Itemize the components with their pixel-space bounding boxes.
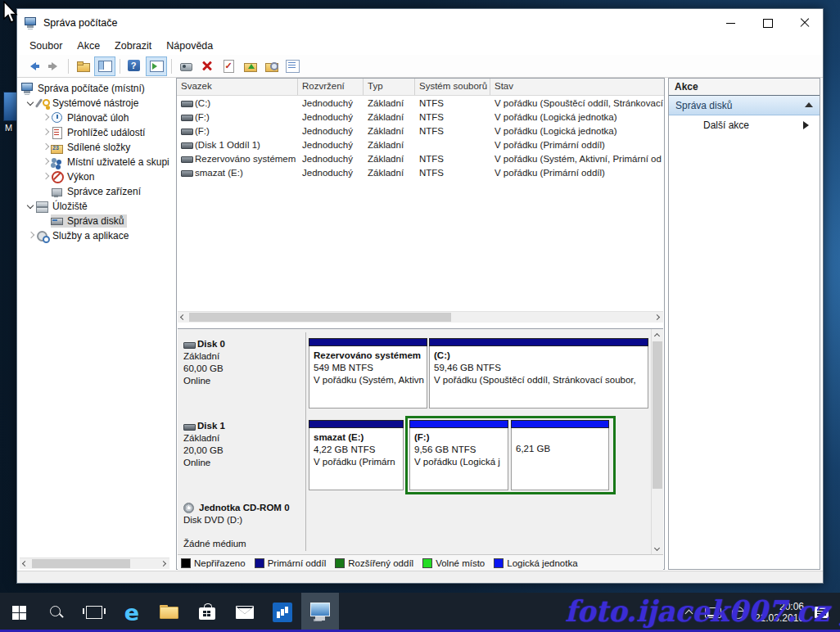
collapse-arrow-icon[interactable] xyxy=(805,98,813,107)
maximize-button[interactable] xyxy=(749,9,786,37)
forward-button[interactable] xyxy=(44,57,64,75)
disk0-row: Disk 0 Základní 60,00 GB Online Rezervov… xyxy=(178,332,652,415)
column-header-typ[interactable]: Typ xyxy=(364,79,415,95)
action-pane-toggle-button[interactable] xyxy=(146,56,167,76)
scroll-left-arrow-icon[interactable] xyxy=(178,312,188,323)
tree-item-sprava-pocitace[interactable]: Správa počítače (místní) xyxy=(21,81,169,96)
chevron-right-icon[interactable] xyxy=(26,231,36,241)
menu-akce[interactable]: Akce xyxy=(70,38,107,53)
delete-button[interactable] xyxy=(197,57,217,75)
cdrom-label[interactable]: Jednotka CD-ROM 0 Disk DVD (D:) Žádné mé… xyxy=(178,496,306,551)
snapshot-button[interactable] xyxy=(176,57,196,75)
mail-button[interactable] xyxy=(226,593,264,632)
volume-icon xyxy=(181,141,193,149)
tree-item-spravce-zarizeni[interactable]: Správce zařízení xyxy=(41,184,169,199)
volume-row-disk1-oddil1[interactable]: (Disk 1 Oddíl 1) Jednoduchý Základní V p… xyxy=(177,138,664,151)
tree-item-label: Služby a aplikace xyxy=(50,229,132,242)
volume-row-f1[interactable]: (F:) Jednoduchý Základní NTFS V pořádku … xyxy=(177,110,664,124)
chevron-right-icon[interactable] xyxy=(41,113,51,123)
search-button[interactable] xyxy=(38,593,75,632)
volume-name: (F:) xyxy=(195,112,210,122)
chevron-right-icon[interactable] xyxy=(41,157,51,167)
column-header-svazek[interactable]: Svazek xyxy=(177,79,298,95)
chevron-right-icon[interactable] xyxy=(41,142,51,152)
close-button[interactable] xyxy=(786,9,823,37)
scroll-down-arrow-icon[interactable] xyxy=(652,544,662,554)
partition-state: V pořádku (Spouštěcí oddíl, Stránkovací … xyxy=(434,374,648,386)
actions-group-sprava-disku[interactable]: Správa disků xyxy=(669,96,820,115)
folder-up-button[interactable] xyxy=(240,57,260,75)
scroll-up-arrow-icon[interactable] xyxy=(652,330,662,341)
tree-item-systemove-nastroje[interactable]: Systémové nástroje xyxy=(26,96,169,111)
partition-unnamed[interactable]: 6,21 GB xyxy=(511,420,609,490)
chevron-down-icon[interactable] xyxy=(26,201,36,211)
partition-state: V pořádku (Logická j xyxy=(414,456,508,468)
folder-search-button[interactable] xyxy=(261,57,281,75)
menu-napoveda[interactable]: Nápověda xyxy=(159,38,220,53)
logical-drive-bar xyxy=(409,420,508,428)
console-tree-toggle-button[interactable] xyxy=(94,56,115,76)
volume-row-smazat[interactable]: smazat (E:) Jednoduchý Základní NTFS V p… xyxy=(177,165,664,179)
volume-list-horizontal-scrollbar[interactable] xyxy=(178,311,663,323)
volume-layout: Jednoduchý xyxy=(298,126,364,136)
scrollbar-thumb[interactable] xyxy=(653,341,662,489)
services-icon xyxy=(36,230,50,242)
column-header-stav[interactable]: Stav xyxy=(490,79,664,95)
chevron-right-icon[interactable] xyxy=(41,128,51,138)
tree-horizontal-scrollbar[interactable] xyxy=(20,558,169,569)
tree-item-label: Výkon xyxy=(65,170,97,183)
volume-row-rezervovano[interactable]: Rezervováno systémem Jednoduchý Základní… xyxy=(177,151,664,165)
volume-row-f2[interactable]: (F:) Jednoduchý Základní NTFS V pořádku … xyxy=(177,124,664,138)
back-button[interactable] xyxy=(23,57,43,75)
tree-item-mistni-uzivatele[interactable]: Místní uživatelé a skupiny xyxy=(41,155,169,169)
store-button[interactable] xyxy=(188,593,226,632)
edge-button[interactable]: e xyxy=(113,593,151,632)
desktop-shortcut-icon[interactable] xyxy=(3,92,17,121)
tree-item-sluzby-aplikace[interactable]: Služby a aplikace xyxy=(26,228,169,243)
local-users-icon xyxy=(51,156,65,169)
scroll-right-arrow-icon[interactable] xyxy=(159,558,169,569)
actions-item-dalsi-akce[interactable]: Další akce xyxy=(669,115,820,135)
task-list-button[interactable] xyxy=(282,57,302,75)
money-app-button[interactable] xyxy=(264,593,301,632)
scroll-left-arrow-icon[interactable] xyxy=(20,558,30,569)
tree-item-sprava-disku[interactable]: Správa disků xyxy=(41,214,169,228)
partition-rezervovano[interactable]: Rezervováno systémem 549 MB NTFS V pořád… xyxy=(309,338,427,409)
disk1-label[interactable]: Disk 1 Základní 20,00 GB Online xyxy=(178,414,306,496)
file-explorer-button[interactable] xyxy=(151,593,188,632)
disk-size: 20,00 GB xyxy=(183,445,305,457)
scroll-right-arrow-icon[interactable] xyxy=(653,312,663,323)
open-folder-button[interactable] xyxy=(73,57,93,75)
chevron-right-icon[interactable] xyxy=(41,172,51,182)
tree-item-vykon[interactable]: Výkon xyxy=(41,169,169,184)
disk-view-vertical-scrollbar[interactable] xyxy=(651,329,663,555)
task-view-button[interactable] xyxy=(75,593,113,632)
start-button[interactable] xyxy=(0,593,38,632)
tree-item-sdilene-slozky[interactable]: Sdílené složky xyxy=(41,140,169,155)
partition-c[interactable]: (C:) 59,46 GB NTFS V pořádku (Spouštěcí … xyxy=(429,338,648,409)
store-icon xyxy=(199,605,215,620)
tree-item-prohlizec-udalosti[interactable]: Prohlížeč událostí xyxy=(41,125,169,140)
forward-icon xyxy=(47,60,61,72)
column-header-rozvrzeni[interactable]: Rozvržení xyxy=(298,79,364,95)
legend-swatch-lime xyxy=(422,558,432,568)
disk1-row: Disk 1 Základní 20,00 GB Online smazat (… xyxy=(178,414,652,497)
partition-f[interactable]: (F:) 9,56 GB NTFS V pořádku (Logická j xyxy=(409,420,508,490)
menu-zobrazit[interactable]: Zobrazit xyxy=(107,38,159,53)
column-header-system-souboru[interactable]: Systém souborů xyxy=(415,79,490,95)
tree-item-planovac-uloh[interactable]: Plánovač úloh xyxy=(41,111,169,125)
title-bar[interactable]: Správa počítače xyxy=(17,9,823,37)
validate-doc-button[interactable] xyxy=(219,57,238,75)
disk-status: Online xyxy=(183,375,305,387)
minimize-button[interactable] xyxy=(712,9,749,37)
menu-soubor[interactable]: Soubor xyxy=(22,38,70,53)
volume-layout: Jednoduchý xyxy=(298,112,364,122)
tree-item-uloziste[interactable]: Úložiště xyxy=(26,199,169,214)
help-button[interactable] xyxy=(124,57,144,75)
disk0-label[interactable]: Disk 0 Základní 60,00 GB Online xyxy=(178,332,306,414)
volume-row-c[interactable]: (C:) Jednoduchý Základní NTFS V pořádku … xyxy=(177,96,664,110)
scrollbar-thumb[interactable] xyxy=(189,313,451,322)
computer-management-taskbar-button[interactable] xyxy=(301,593,339,632)
scrollbar-thumb[interactable] xyxy=(32,559,130,568)
partition-smazat[interactable]: smazat (E:) 4,22 GB NTFS V pořádku (Prim… xyxy=(309,420,404,490)
